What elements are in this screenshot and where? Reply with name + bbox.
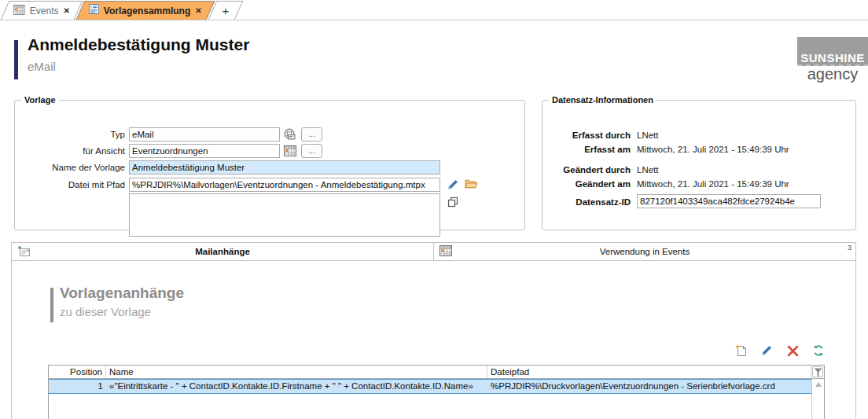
vorlage-groupbox: Vorlage Typ ... für Ansicht ... Name der…	[14, 95, 525, 230]
erfasst-durch-value: LNett	[637, 129, 659, 142]
logo-agency-text: agency	[797, 66, 868, 82]
tab-events-label: Events	[30, 6, 59, 17]
table-row[interactable]: 1 «"Eintrittskarte - " + ContactID.Konta…	[49, 379, 824, 394]
cell-dateipfad: %PRJDIR%\Druckvorlagen\Eventzuordnungen …	[487, 380, 811, 393]
ansicht-label: für Ansicht	[15, 144, 125, 158]
geaendert-am-label: Geändert am	[542, 178, 631, 190]
datensatz-id-input[interactable]	[637, 194, 821, 208]
typ-input[interactable]	[129, 127, 280, 142]
scroll-up-icon[interactable]	[815, 382, 822, 387]
table-scrollbar[interactable]	[811, 379, 824, 419]
section-subtitle: zu dieser Vorlage	[60, 305, 151, 318]
tab-vorlagensammlung[interactable]: Vorlagensammlung ✕	[76, 1, 215, 20]
new-note-icon	[17, 245, 31, 261]
tab-vorlagensammlung-label: Vorlagensammlung	[104, 6, 190, 17]
tab-mailanhaenge[interactable]: Mailanhänge	[12, 243, 433, 260]
column-header-name[interactable]: Name	[106, 366, 487, 378]
section-accent-bar	[50, 288, 53, 322]
dateipfad-label: Datei mit Pfad	[15, 178, 125, 192]
page-subtitle: eMail	[28, 60, 56, 73]
ansicht-input[interactable]	[129, 144, 280, 158]
refresh-icon[interactable]	[811, 344, 826, 358]
datensatz-legend: Datensatz-Informationen	[549, 95, 657, 105]
detail-panel: Mailanhänge Verwendung in Events 3 Vorla…	[11, 242, 856, 419]
cell-name: «"Eintrittskarte - " + ContactID.Kontakt…	[106, 380, 487, 393]
table-icon[interactable]	[283, 144, 296, 157]
verwendung-count-badge: 3	[848, 244, 851, 252]
attachments-table: Position Name Dateipfad 1 «"Eintrittskar…	[48, 365, 825, 419]
document-list-icon	[89, 3, 99, 18]
page-title: Anmeldebestätigung Muster	[28, 35, 249, 54]
section-title: Vorlagenanhänge	[60, 285, 184, 302]
close-icon[interactable]: ✕	[195, 7, 201, 15]
table-icon	[440, 245, 452, 259]
geaendert-am-value: Mittwoch, 21. Juli 2021 - 15:49:39 Uhr	[637, 178, 789, 190]
app-window: Events ✕ Vorlagensammlung ✕ + Anmeldebes…	[0, 0, 868, 419]
logo-top: SUNSHINE	[797, 37, 868, 66]
open-folder-icon[interactable]	[465, 177, 478, 190]
dateipfad-input[interactable]	[129, 178, 440, 192]
vorlagenname-input[interactable]	[129, 160, 440, 175]
datensatz-id-label: Datensatz-ID	[542, 196, 631, 208]
vorlage-legend: Vorlage	[21, 95, 59, 105]
title-accent-bar	[14, 40, 18, 79]
edit-pencil-icon[interactable]	[446, 178, 459, 191]
notes-textarea[interactable]	[129, 193, 440, 237]
close-icon[interactable]: ✕	[63, 7, 69, 15]
geaendert-durch-value: LNett	[637, 164, 659, 176]
detail-tab-bar: Mailanhänge Verwendung in Events 3	[12, 243, 855, 261]
new-record-icon[interactable]	[734, 344, 748, 358]
delete-x-icon[interactable]	[785, 344, 800, 358]
filter-header-cell	[811, 366, 824, 378]
grid-toolbar	[734, 344, 826, 358]
datensatz-groupbox: Datensatz-Informationen Erfasst durch LN…	[542, 95, 856, 230]
typ-browse-button[interactable]: ...	[301, 127, 322, 142]
logo-sunshine-text: SUNSHINE	[800, 52, 865, 65]
cell-position: 1	[49, 380, 106, 393]
filter-funnel-icon[interactable]	[812, 366, 823, 377]
erfasst-durch-label: Erfasst durch	[542, 129, 631, 142]
plus-icon: +	[222, 5, 229, 17]
column-header-dateipfad[interactable]: Dateipfad	[487, 366, 811, 378]
ansicht-browse-button[interactable]: ...	[301, 144, 322, 158]
tab-events[interactable]: Events ✕	[1, 1, 83, 20]
edit-pencil-icon[interactable]	[760, 344, 774, 358]
globe-icon[interactable]	[283, 127, 296, 141]
tab-verwendung-in-events[interactable]: Verwendung in Events 3	[433, 243, 855, 260]
tab-mailanhaenge-label: Mailanhänge	[12, 247, 433, 256]
erfasst-am-label: Erfasst am	[542, 143, 631, 156]
typ-label: Typ	[15, 127, 125, 142]
table-header-row: Position Name Dateipfad	[49, 366, 824, 379]
erfasst-am-value: Mittwoch, 21. Juli 2021 - 15:49:39 Uhr	[637, 143, 789, 156]
column-header-position[interactable]: Position	[49, 366, 106, 378]
vorlagenname-label: Name der Vorlage	[15, 160, 125, 175]
geaendert-durch-label: Geändert durch	[542, 164, 631, 176]
copy-icon[interactable]	[446, 195, 459, 208]
company-logo: SUNSHINE agency	[797, 37, 868, 82]
document-tab-bar: Events ✕ Vorlagensammlung ✕ +	[0, 0, 868, 20]
tab-verwendung-label: Verwendung in Events	[434, 247, 855, 256]
table-icon	[13, 4, 25, 18]
